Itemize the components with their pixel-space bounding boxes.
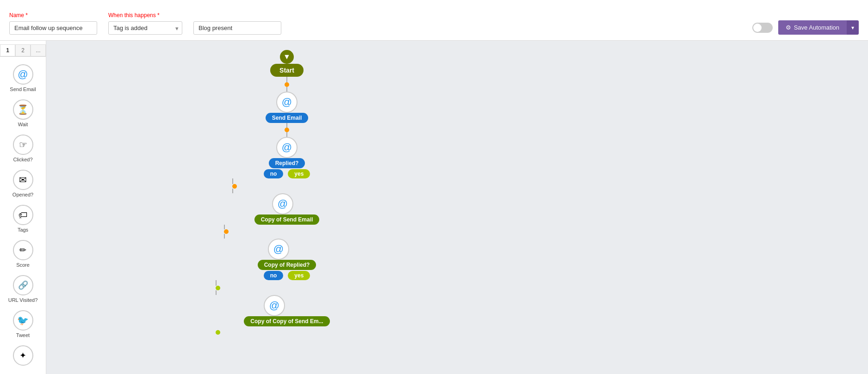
opened-label: Opened? — [12, 192, 33, 197]
dot-2 — [285, 128, 289, 132]
condition-spacer — [193, 12, 281, 18]
top-bar-right: ⚙ Save Automation ▾ — [752, 20, 859, 35]
send-email-circle[interactable]: @ — [276, 92, 298, 113]
url-visited-label: URL Visited? — [8, 297, 38, 303]
when-label: When this happens * — [108, 12, 182, 18]
gear-icon: ⚙ — [786, 24, 791, 31]
sidebar-tab-1[interactable]: 1 — [0, 44, 15, 56]
replied-label-pill[interactable]: Replied? — [269, 158, 305, 168]
sidebar-tabs: 1 2 ... — [0, 44, 46, 57]
copy-copy-send-email-label-pill[interactable]: Copy of Copy of Send Em... — [244, 316, 329, 326]
copy-copy-send-email-circle[interactable]: @ — [264, 295, 285, 316]
sidebar-item-send-email[interactable]: @ Send Email — [0, 61, 46, 96]
url-visited-icon: 🔗 — [13, 275, 33, 295]
connector-3b — [232, 189, 233, 193]
name-input[interactable] — [9, 21, 97, 35]
sidebar: 1 2 ... @ Send Email ⏳ Wait ☞ Clicked? ✉… — [0, 41, 46, 374]
replied-yes-btn[interactable]: yes — [288, 169, 310, 178]
replied-circle[interactable]: @ — [276, 137, 298, 158]
connector-5b — [216, 290, 217, 295]
sidebar-tab-3[interactable]: ... — [31, 44, 46, 56]
dot-6 — [216, 330, 220, 335]
wait-icon: ⏳ — [13, 99, 33, 120]
start-node[interactable]: Start — [270, 64, 304, 77]
save-btn-wrap: ⚙ Save Automation ▾ — [778, 20, 859, 35]
sidebar-item-more[interactable]: ✦ — [0, 342, 46, 369]
connector-2 — [286, 123, 287, 128]
condition-input[interactable] — [193, 21, 281, 35]
copy-send-email-circle[interactable]: @ — [272, 193, 293, 215]
trigger-select-wrap[interactable]: Tag is added Tag is removed List is subs… — [108, 21, 182, 35]
save-automation-button[interactable]: ⚙ Save Automation — [778, 20, 847, 35]
sidebar-item-score[interactable]: ✏ Score — [0, 236, 46, 271]
tags-label: Tags — [18, 227, 28, 233]
connector-4b — [224, 234, 225, 239]
copy-send-email-label-pill[interactable]: Copy of Send Email — [254, 215, 320, 225]
clicked-icon: ☞ — [13, 135, 33, 155]
copy-replied-label-pill[interactable]: Copy of Replied? — [258, 260, 316, 270]
more-icon: ✦ — [13, 345, 33, 366]
trigger-field-group: When this happens * Tag is added Tag is … — [108, 12, 182, 35]
tags-icon: 🏷 — [13, 205, 33, 225]
save-automation-caret[interactable]: ▾ — [847, 20, 859, 35]
replied-yn-row: no yes — [264, 169, 310, 178]
dot-3 — [232, 184, 237, 189]
sidebar-item-clicked[interactable]: ☞ Clicked? — [0, 131, 46, 166]
tweet-icon: 🐦 — [13, 310, 33, 331]
canvas[interactable]: ▼ Start @ Send Email @ Replied? — [46, 41, 868, 374]
activation-toggle[interactable] — [752, 23, 773, 33]
dot-4 — [224, 229, 229, 234]
replied-no-btn[interactable]: no — [264, 169, 284, 178]
clicked-label: Clicked? — [13, 157, 32, 162]
copy-replied-yes-btn[interactable]: yes — [288, 271, 310, 280]
save-automation-label: Save Automation — [794, 24, 839, 31]
copy-replied-no-btn[interactable]: no — [264, 271, 284, 280]
send-email-icon: @ — [13, 64, 33, 85]
wait-label: Wait — [18, 122, 28, 127]
connector-4 — [224, 225, 225, 229]
sidebar-tab-2[interactable]: 2 — [15, 44, 31, 56]
sidebar-item-url-visited[interactable]: 🔗 URL Visited? — [0, 271, 46, 307]
connector-1b — [286, 87, 287, 92]
connector-5 — [216, 280, 217, 286]
copy-replied-circle[interactable]: @ — [268, 239, 289, 260]
sidebar-item-tags[interactable]: 🏷 Tags — [0, 201, 46, 236]
score-icon: ✏ — [13, 240, 33, 260]
tweet-label: Tweet — [16, 332, 30, 338]
connector-1 — [286, 77, 287, 82]
opened-icon: ✉ — [13, 170, 33, 190]
send-email-label-pill[interactable]: Send Email — [266, 113, 309, 123]
trigger-select[interactable]: Tag is added Tag is removed List is subs… — [108, 21, 182, 35]
sidebar-item-opened[interactable]: ✉ Opened? — [0, 166, 46, 201]
dot-5 — [216, 286, 220, 290]
send-email-label: Send Email — [10, 86, 36, 92]
connector-3 — [232, 178, 233, 184]
score-label: Score — [16, 262, 30, 268]
main-layout: 1 2 ... @ Send Email ⏳ Wait ☞ Clicked? ✉… — [0, 41, 868, 374]
top-bar: Name * When this happens * Tag is added … — [0, 0, 868, 41]
sidebar-item-tweet[interactable]: 🐦 Tweet — [0, 307, 46, 342]
canvas-inner: ▼ Start @ Send Email @ Replied? — [46, 41, 868, 364]
sidebar-item-wait[interactable]: ⏳ Wait — [0, 96, 46, 131]
copy-replied-yn-row: no yes — [264, 271, 310, 280]
connector-2b — [286, 132, 287, 137]
condition-field-group — [193, 12, 281, 35]
start-label: Start — [279, 67, 294, 74]
start-arrow-icon: ▼ — [280, 50, 294, 64]
dot-1 — [285, 82, 289, 87]
name-label: Name * — [9, 12, 97, 18]
flow: ▼ Start @ Send Email @ Replied? — [241, 50, 333, 335]
name-field-group: Name * — [9, 12, 97, 35]
